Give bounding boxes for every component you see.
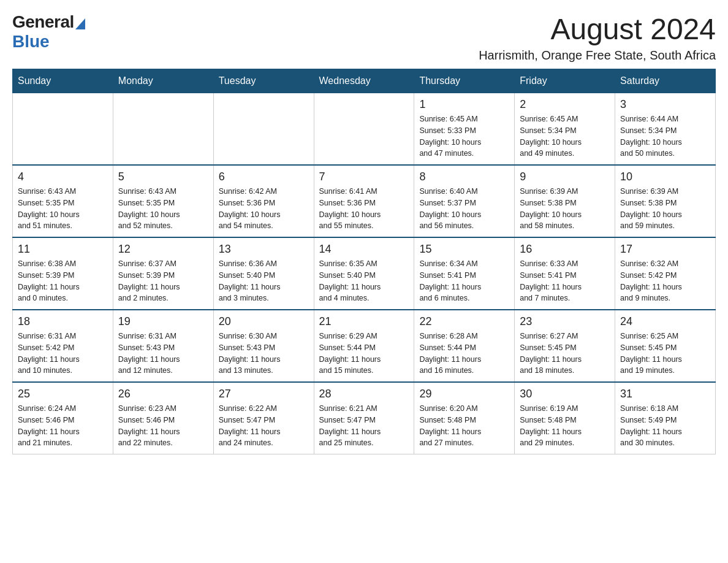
day-number: 2: [520, 98, 610, 111]
day-info: Sunrise: 6:33 AM Sunset: 5:41 PM Dayligh…: [520, 258, 610, 304]
day-info: Sunrise: 6:39 AM Sunset: 5:38 PM Dayligh…: [520, 186, 610, 232]
day-info: Sunrise: 6:38 AM Sunset: 5:39 PM Dayligh…: [18, 258, 108, 304]
day-number: 15: [419, 243, 509, 256]
day-cell: 15Sunrise: 6:34 AM Sunset: 5:41 PM Dayli…: [414, 237, 515, 310]
day-number: 29: [419, 388, 509, 400]
day-number: 5: [118, 170, 208, 183]
day-info: Sunrise: 6:19 AM Sunset: 5:48 PM Dayligh…: [520, 403, 610, 449]
day-number: 18: [18, 315, 108, 328]
day-cell: 29Sunrise: 6:20 AM Sunset: 5:48 PM Dayli…: [414, 382, 515, 454]
day-header-monday: Monday: [113, 69, 213, 93]
day-info: Sunrise: 6:29 AM Sunset: 5:44 PM Dayligh…: [319, 331, 409, 377]
calendar: SundayMondayTuesdayWednesdayThursdayFrid…: [12, 69, 716, 454]
day-header-saturday: Saturday: [615, 69, 716, 93]
day-info: Sunrise: 6:34 AM Sunset: 5:41 PM Dayligh…: [419, 258, 509, 304]
header: General Blue August 2024 Harrismith, Ora…: [12, 12, 716, 63]
logo-blue: Blue: [12, 32, 50, 51]
day-info: Sunrise: 6:20 AM Sunset: 5:48 PM Dayligh…: [419, 403, 509, 449]
day-info: Sunrise: 6:36 AM Sunset: 5:40 PM Dayligh…: [219, 258, 309, 304]
week-row-5: 25Sunrise: 6:24 AM Sunset: 5:46 PM Dayli…: [13, 382, 716, 454]
day-cell: 14Sunrise: 6:35 AM Sunset: 5:40 PM Dayli…: [314, 237, 414, 310]
day-number: 8: [419, 170, 509, 183]
day-info: Sunrise: 6:39 AM Sunset: 5:38 PM Dayligh…: [620, 186, 710, 232]
day-number: 19: [118, 315, 208, 328]
day-number: 1: [419, 98, 509, 111]
day-cell: 16Sunrise: 6:33 AM Sunset: 5:41 PM Dayli…: [515, 237, 615, 310]
day-header-thursday: Thursday: [414, 69, 515, 93]
day-cell: 27Sunrise: 6:22 AM Sunset: 5:47 PM Dayli…: [213, 382, 314, 454]
day-info: Sunrise: 6:18 AM Sunset: 5:49 PM Dayligh…: [620, 403, 710, 449]
day-number: 22: [419, 315, 509, 328]
day-number: 16: [520, 243, 610, 256]
day-cell: [314, 93, 414, 166]
day-info: Sunrise: 6:23 AM Sunset: 5:46 PM Dayligh…: [118, 403, 208, 449]
day-number: 12: [118, 243, 208, 256]
day-cell: 13Sunrise: 6:36 AM Sunset: 5:40 PM Dayli…: [213, 237, 314, 310]
day-cell: 20Sunrise: 6:30 AM Sunset: 5:43 PM Dayli…: [213, 310, 314, 382]
day-info: Sunrise: 6:24 AM Sunset: 5:46 PM Dayligh…: [18, 403, 108, 449]
day-number: 31: [620, 388, 710, 400]
day-cell: 3Sunrise: 6:44 AM Sunset: 5:34 PM Daylig…: [615, 93, 716, 166]
day-info: Sunrise: 6:40 AM Sunset: 5:37 PM Dayligh…: [419, 186, 509, 232]
day-cell: 10Sunrise: 6:39 AM Sunset: 5:38 PM Dayli…: [615, 165, 716, 237]
day-info: Sunrise: 6:43 AM Sunset: 5:35 PM Dayligh…: [18, 186, 108, 232]
day-info: Sunrise: 6:44 AM Sunset: 5:34 PM Dayligh…: [620, 113, 710, 159]
day-number: 23: [520, 315, 610, 328]
day-number: 20: [219, 315, 309, 328]
day-header-friday: Friday: [515, 69, 615, 93]
day-cell: 22Sunrise: 6:28 AM Sunset: 5:44 PM Dayli…: [414, 310, 515, 382]
day-number: 13: [219, 243, 309, 256]
day-number: 30: [520, 388, 610, 400]
day-header-tuesday: Tuesday: [213, 69, 314, 93]
day-cell: 31Sunrise: 6:18 AM Sunset: 5:49 PM Dayli…: [615, 382, 716, 454]
header-row: SundayMondayTuesdayWednesdayThursdayFrid…: [13, 69, 716, 93]
day-info: Sunrise: 6:37 AM Sunset: 5:39 PM Dayligh…: [118, 258, 208, 304]
day-cell: 12Sunrise: 6:37 AM Sunset: 5:39 PM Dayli…: [113, 237, 213, 310]
day-number: 10: [620, 170, 710, 183]
day-info: Sunrise: 6:22 AM Sunset: 5:47 PM Dayligh…: [219, 403, 309, 449]
day-info: Sunrise: 6:28 AM Sunset: 5:44 PM Dayligh…: [419, 331, 509, 377]
day-info: Sunrise: 6:31 AM Sunset: 5:43 PM Dayligh…: [118, 331, 208, 377]
day-cell: 7Sunrise: 6:41 AM Sunset: 5:36 PM Daylig…: [314, 165, 414, 237]
day-cell: 8Sunrise: 6:40 AM Sunset: 5:37 PM Daylig…: [414, 165, 515, 237]
day-cell: 26Sunrise: 6:23 AM Sunset: 5:46 PM Dayli…: [113, 382, 213, 454]
day-cell: 11Sunrise: 6:38 AM Sunset: 5:39 PM Dayli…: [13, 237, 113, 310]
logo: General Blue: [12, 12, 85, 52]
day-number: 25: [18, 388, 108, 400]
day-cell: [13, 93, 113, 166]
day-number: 21: [319, 315, 409, 328]
day-cell: [113, 93, 213, 166]
day-cell: 30Sunrise: 6:19 AM Sunset: 5:48 PM Dayli…: [515, 382, 615, 454]
day-cell: 5Sunrise: 6:43 AM Sunset: 5:35 PM Daylig…: [113, 165, 213, 237]
day-cell: 28Sunrise: 6:21 AM Sunset: 5:47 PM Dayli…: [314, 382, 414, 454]
day-cell: 24Sunrise: 6:25 AM Sunset: 5:45 PM Dayli…: [615, 310, 716, 382]
day-info: Sunrise: 6:41 AM Sunset: 5:36 PM Dayligh…: [319, 186, 409, 232]
day-cell: 9Sunrise: 6:39 AM Sunset: 5:38 PM Daylig…: [515, 165, 615, 237]
day-cell: 25Sunrise: 6:24 AM Sunset: 5:46 PM Dayli…: [13, 382, 113, 454]
week-row-1: 1Sunrise: 6:45 AM Sunset: 5:33 PM Daylig…: [13, 93, 716, 166]
day-cell: 21Sunrise: 6:29 AM Sunset: 5:44 PM Dayli…: [314, 310, 414, 382]
day-info: Sunrise: 6:25 AM Sunset: 5:45 PM Dayligh…: [620, 331, 710, 377]
day-header-wednesday: Wednesday: [314, 69, 414, 93]
day-info: Sunrise: 6:31 AM Sunset: 5:42 PM Dayligh…: [18, 331, 108, 377]
week-row-4: 18Sunrise: 6:31 AM Sunset: 5:42 PM Dayli…: [13, 310, 716, 382]
day-info: Sunrise: 6:27 AM Sunset: 5:45 PM Dayligh…: [520, 331, 610, 377]
week-row-2: 4Sunrise: 6:43 AM Sunset: 5:35 PM Daylig…: [13, 165, 716, 237]
day-number: 28: [319, 388, 409, 400]
day-info: Sunrise: 6:45 AM Sunset: 5:34 PM Dayligh…: [520, 113, 610, 159]
main-title: August 2024: [479, 12, 716, 46]
day-number: 3: [620, 98, 710, 111]
day-header-sunday: Sunday: [13, 69, 113, 93]
day-number: 4: [18, 170, 108, 183]
day-number: 27: [219, 388, 309, 400]
day-cell: 18Sunrise: 6:31 AM Sunset: 5:42 PM Dayli…: [13, 310, 113, 382]
day-number: 6: [219, 170, 309, 183]
day-cell: 2Sunrise: 6:45 AM Sunset: 5:34 PM Daylig…: [515, 93, 615, 166]
day-cell: 17Sunrise: 6:32 AM Sunset: 5:42 PM Dayli…: [615, 237, 716, 310]
day-cell: 6Sunrise: 6:42 AM Sunset: 5:36 PM Daylig…: [213, 165, 314, 237]
day-number: 7: [319, 170, 409, 183]
day-info: Sunrise: 6:32 AM Sunset: 5:42 PM Dayligh…: [620, 258, 710, 304]
day-number: 24: [620, 315, 710, 328]
day-cell: 19Sunrise: 6:31 AM Sunset: 5:43 PM Dayli…: [113, 310, 213, 382]
title-area: August 2024 Harrismith, Orange Free Stat…: [479, 12, 716, 63]
